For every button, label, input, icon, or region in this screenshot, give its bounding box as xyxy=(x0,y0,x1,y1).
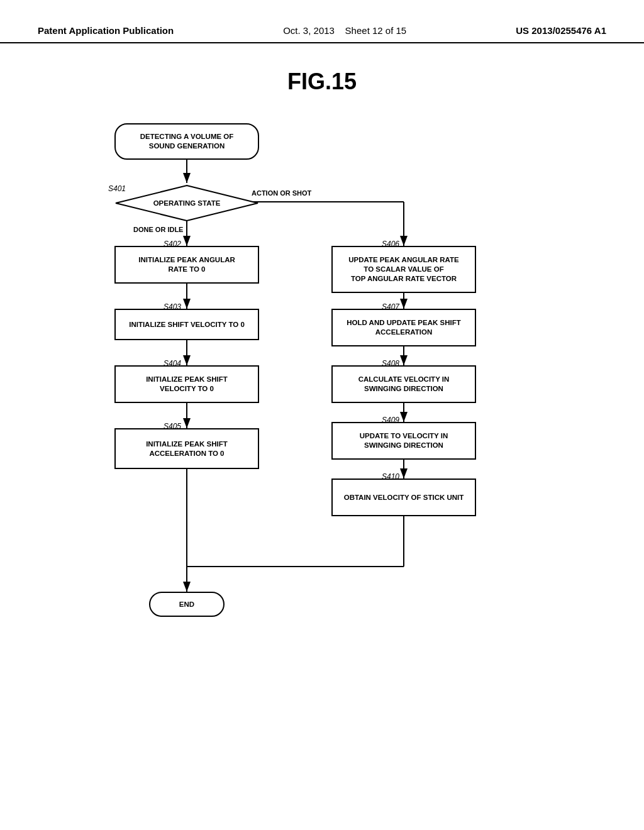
s408-label: S408 xyxy=(382,359,399,368)
start-node: DETECTING A VOLUME OF SOUND GENERATION xyxy=(114,123,259,160)
patent-number: US 2013/0255476 A1 xyxy=(516,25,606,36)
action-or-shot-label: ACTION OR SHOT xyxy=(252,189,311,197)
s401-label: S401 xyxy=(108,184,126,193)
flowchart: DETECTING A VOLUME OF SOUND GENERATION O… xyxy=(52,114,592,711)
s401-diamond: OPERATING STATE xyxy=(114,184,259,222)
s409-box: UPDATE TO VELOCITY IN SWINGING DIRECTION xyxy=(331,422,476,460)
s404-label: S404 xyxy=(164,359,181,368)
s406-box: UPDATE PEAK ANGULAR RATE TO SCALAR VALUE… xyxy=(331,246,476,293)
s406-label: S406 xyxy=(382,240,399,248)
s410-box: OBTAIN VELOCITY OF STICK UNIT xyxy=(331,479,476,516)
date-label: Oct. 3, 2013 xyxy=(283,25,335,36)
s405-label: S405 xyxy=(164,422,181,431)
s407-box: HOLD AND UPDATE PEAK SHIFT ACCELERATION xyxy=(331,309,476,346)
figure-title: FIG.15 xyxy=(0,69,644,95)
s403-label: S403 xyxy=(164,302,181,311)
publication-label: Patent Application Publication xyxy=(38,25,174,36)
header-center: Oct. 3, 2013 Sheet 12 of 15 xyxy=(283,25,406,36)
s408-box: CALCULATE VELOCITY IN SWINGING DIRECTION xyxy=(331,365,476,403)
s407-label: S407 xyxy=(382,302,399,311)
s402-label: S402 xyxy=(164,240,181,248)
s410-label: S410 xyxy=(382,472,399,481)
s405-box: INITIALIZE PEAK SHIFT ACCELERATION TO 0 xyxy=(114,428,259,469)
s409-label: S409 xyxy=(382,416,399,424)
s402-box: INITIALIZE PEAK ANGULAR RATE TO 0 xyxy=(114,246,259,284)
s404-box: INITIALIZE PEAK SHIFT VELOCITY TO 0 xyxy=(114,365,259,403)
done-or-idle-label: DONE OR IDLE xyxy=(133,226,183,233)
end-node: END xyxy=(149,592,225,617)
sheet-label: Sheet 12 of 15 xyxy=(345,25,407,36)
page-header: Patent Application Publication Oct. 3, 2… xyxy=(0,0,644,43)
s403-box: INITIALIZE SHIFT VELOCITY TO 0 xyxy=(114,309,259,340)
